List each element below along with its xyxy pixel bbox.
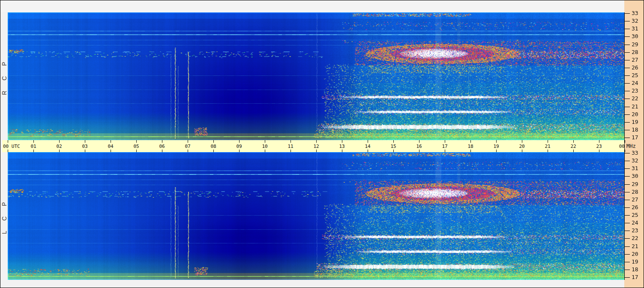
time-tick-mark — [188, 140, 188, 143]
frequency-tick-mark — [625, 176, 630, 177]
time-tick-mark — [265, 150, 265, 152]
frequency-tick-label: 26 — [632, 64, 643, 71]
time-tick-label: 13 — [335, 144, 348, 149]
time-tick-mark — [291, 140, 291, 143]
time-tick-mark — [522, 140, 522, 143]
frequency-tick-label: 27 — [632, 196, 643, 203]
bottom-margin — [1, 280, 624, 288]
time-tick-mark — [239, 140, 240, 143]
time-tick-label: 06 — [156, 144, 168, 149]
time-tick-mark — [291, 150, 291, 152]
time-tick-mark — [625, 150, 625, 152]
time-tick-label: 18 — [464, 144, 477, 149]
frequency-tick-label: 30 — [632, 173, 643, 180]
frequency-tick-mark — [625, 36, 630, 37]
time-tick-mark — [368, 140, 368, 143]
frequency-tick-label: 24 — [632, 219, 643, 226]
time-tick-mark — [188, 150, 188, 152]
frequency-tick-mark — [625, 83, 630, 84]
frequency-tick-label: 17 — [632, 274, 643, 281]
time-tick-mark — [33, 150, 34, 152]
frequency-tick-mark — [625, 254, 630, 255]
time-tick-mark — [548, 140, 548, 143]
time-tick-mark — [136, 140, 137, 143]
time-tick-mark — [368, 150, 368, 152]
frequency-tick-label: 28 — [632, 189, 643, 195]
frequency-tick-label: 31 — [632, 165, 643, 172]
time-tick-mark — [625, 140, 625, 143]
frequency-tick-mark — [625, 238, 630, 239]
time-tick-mark — [316, 140, 317, 143]
frequency-tick-mark — [625, 277, 630, 278]
time-tick-mark — [599, 150, 599, 152]
time-axis-band: 00 UTC0102030405060708091011121314151617… — [2, 140, 624, 152]
time-tick-label: 01 — [27, 144, 40, 149]
frequency-tick-mark — [625, 68, 630, 68]
frequency-tick-mark — [625, 130, 630, 130]
frequency-tick-label: 28 — [632, 49, 643, 56]
frequency-tick-label: 31 — [632, 25, 643, 32]
time-tick-mark — [342, 150, 342, 152]
time-tick-mark — [85, 150, 85, 152]
time-tick-mark — [342, 140, 342, 143]
time-tick-label: 07 — [181, 144, 194, 149]
frequency-tick-mark — [625, 99, 630, 99]
time-tick-label: 08 — [207, 144, 220, 149]
frequency-tick-mark — [625, 75, 630, 76]
time-tick-mark — [599, 140, 599, 143]
time-tick-label: 00 UTC — [3, 144, 20, 149]
time-tick-mark — [8, 150, 8, 152]
frequency-tick-label: 27 — [632, 57, 643, 63]
time-tick-label: 14 — [361, 144, 374, 149]
time-tick-mark — [393, 150, 394, 152]
frequency-tick-mark — [625, 153, 630, 153]
frequency-tick-mark — [625, 114, 630, 115]
time-tick-mark — [496, 150, 497, 152]
time-tick-mark — [470, 140, 471, 143]
time-tick-mark — [111, 140, 111, 143]
time-tick-mark — [445, 140, 445, 143]
frequency-tick-mark — [625, 161, 630, 161]
frequency-tick-mark — [625, 168, 630, 169]
frequency-tick-label: 19 — [632, 258, 643, 265]
frequency-tick-mark — [625, 138, 630, 138]
time-tick-mark — [59, 150, 60, 152]
time-tick-mark — [162, 150, 162, 152]
time-tick-mark — [573, 150, 574, 152]
time-tick-mark — [419, 150, 419, 152]
time-tick-mark — [316, 150, 317, 152]
time-tick-mark — [419, 140, 419, 143]
frequency-tick-label: 19 — [632, 119, 643, 126]
time-tick-label: 17 — [438, 144, 451, 149]
frequency-tick-label: 21 — [632, 243, 643, 250]
time-tick-label: 21 — [541, 144, 554, 149]
time-tick-label: 09 — [233, 144, 246, 149]
time-tick-label: 22 — [567, 144, 580, 149]
time-tick-label: 23 — [593, 144, 605, 149]
frequency-tick-mark — [625, 52, 630, 53]
frequency-tick-mark — [625, 91, 630, 91]
time-tick-label: 04 — [104, 144, 117, 149]
spectrograph-window: AJ4CO Observatory 08 Jan 2014 - DPS on T… — [0, 0, 644, 288]
frequency-tick-label: 32 — [632, 18, 643, 24]
frequency-tick-label: 18 — [632, 266, 643, 273]
frequency-tick-label: 29 — [632, 41, 643, 48]
rcp-axis-label: R C P — [1, 12, 7, 140]
frequency-tick-mark — [625, 270, 630, 270]
frequency-tick-mark — [625, 192, 630, 192]
frequency-tick-label: 23 — [632, 87, 643, 94]
frequency-tick-mark — [625, 184, 630, 185]
time-tick-label: 20 — [515, 144, 528, 149]
time-tick-label: 16 — [413, 144, 425, 149]
time-tick-label: 12 — [310, 144, 323, 149]
lcp-axis-label-text: L C P — [1, 198, 8, 234]
frequency-tick-label: 26 — [632, 204, 643, 211]
frequency-tick-label: 25 — [632, 72, 643, 79]
time-tick-mark — [162, 140, 162, 143]
frequency-tick-mark — [625, 29, 630, 29]
frequency-tick-mark — [625, 60, 630, 60]
lcp-spectrogram — [8, 152, 625, 280]
frequency-tick-label: 22 — [632, 235, 643, 242]
time-tick-mark — [136, 150, 137, 152]
frequency-tick-label: 17 — [632, 134, 643, 141]
